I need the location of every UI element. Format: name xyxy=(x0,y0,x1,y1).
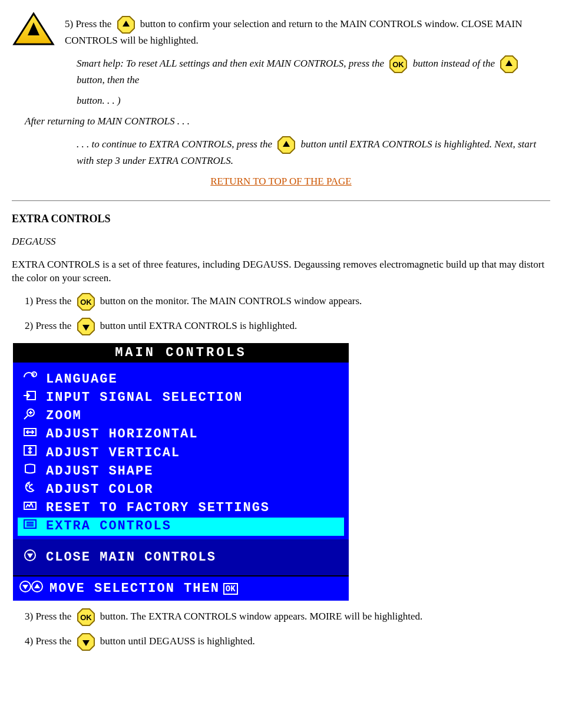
lang-icon: ? xyxy=(19,371,41,389)
osd-menu-item[interactable]: EXTRA CONTROLS xyxy=(18,518,344,536)
osd-menu-label: LANGUAGE xyxy=(46,371,118,388)
svg-text:?: ? xyxy=(32,373,36,377)
step-6-text: . . . to continue to EXTRA CONTROLS, pre… xyxy=(12,136,550,168)
ok-icon: OK xyxy=(77,608,95,627)
osd-menu-label: INPUT SIGNAL SELECTION xyxy=(46,390,243,406)
text: 2) Press the xyxy=(25,319,74,331)
text: 3) Press the xyxy=(25,611,74,622)
degauss-intro: EXTRA CONTROLS is a set of three feature… xyxy=(12,258,550,285)
color-icon xyxy=(19,480,41,499)
osd-menu-item[interactable]: ADJUST COLOR xyxy=(18,480,344,499)
document-page: 5) Press the button to confirm your sele… xyxy=(0,0,562,728)
extra-icon xyxy=(19,518,41,536)
zoom-icon xyxy=(19,407,41,426)
svg-point-23 xyxy=(27,485,28,487)
osd-menu-item[interactable]: ?LANGUAGE xyxy=(18,371,344,389)
text: button. . . ) xyxy=(12,94,550,108)
osd-menu-label: ADJUST VERTICAL xyxy=(46,445,180,462)
svg-marker-32 xyxy=(27,554,33,558)
osd-menu-item[interactable]: ADJUST VERTICAL xyxy=(18,444,344,462)
divider xyxy=(12,200,550,201)
ok-icon: OK xyxy=(77,292,95,311)
text: button. The EXTRA CONTROLS window appear… xyxy=(100,611,422,622)
osd-menu-label: EXTRA CONTROLS xyxy=(46,518,171,535)
down-arrow-icon xyxy=(77,633,95,651)
subsection-degauss: DEGAUSS xyxy=(12,236,550,248)
input-icon xyxy=(19,389,41,407)
text: Smart help: To reset ALL settings and th… xyxy=(77,58,386,69)
osd-menu-label: RESET TO FACTORY SETTINGS xyxy=(46,500,270,516)
down-arrow-icon xyxy=(77,317,95,336)
text: button until EXTRA CONTROLS is highlight… xyxy=(100,319,297,331)
down-triangle-icon xyxy=(19,549,41,567)
ok-icon: OK xyxy=(389,55,408,74)
smart-help-note: Smart help: To reset ALL settings and th… xyxy=(12,55,550,87)
osd-footer: MOVE SELECTION THEN OK xyxy=(13,575,349,601)
warning-triangle-icon xyxy=(12,12,65,50)
svg-text:OK: OK xyxy=(80,298,92,307)
osd-menu-item[interactable]: ZOOM xyxy=(18,407,344,426)
section-title-extra-controls: EXTRA CONTROLS xyxy=(12,213,550,225)
svg-point-24 xyxy=(28,483,30,485)
osd-menu-item[interactable]: ADJUST SHAPE xyxy=(18,462,344,480)
step-3: 3) Press the OK button. The EXTRA CONTRO… xyxy=(12,608,550,627)
up-arrow-icon xyxy=(277,136,296,154)
step-1: 1) Press the OK button on the monitor. T… xyxy=(12,292,550,311)
osd-close-label: CLOSE MAIN CONTROLS xyxy=(46,549,216,566)
osd-menu-item[interactable]: RESET TO FACTORY SETTINGS xyxy=(18,499,344,518)
up-arrow-icon xyxy=(500,55,518,74)
osd-menu-item[interactable]: ADJUST HORIZONTAL xyxy=(18,426,344,444)
horiz-icon xyxy=(19,426,41,444)
svg-text:OK: OK xyxy=(393,60,405,69)
osd-menu-body: ?LANGUAGEINPUT SIGNAL SELECTIONZOOMADJUS… xyxy=(13,363,349,539)
osd-ok-icon: OK xyxy=(223,583,238,595)
text: 5) Press the xyxy=(65,18,114,29)
up-down-icon xyxy=(18,580,45,597)
after-step-heading: After returning to MAIN CONTROLS . . . xyxy=(12,115,550,129)
osd-menu-item[interactable]: INPUT SIGNAL SELECTION xyxy=(18,389,344,407)
svg-text:OK: OK xyxy=(80,613,92,622)
osd-close-row: CLOSE MAIN CONTROLS xyxy=(13,539,349,575)
return-to-top-link[interactable]: RETURN TO TOP OF THE PAGE xyxy=(210,176,351,187)
reset-icon xyxy=(19,499,41,518)
text: 4) Press the xyxy=(25,635,74,647)
shape-icon xyxy=(19,462,41,480)
osd-menu-label: ADJUST COLOR xyxy=(46,482,153,498)
osd-menu-label: ADJUST SHAPE xyxy=(46,463,153,480)
text: button until DEGAUSS is highlighted. xyxy=(100,635,255,647)
svg-marker-34 xyxy=(22,585,28,589)
step-2: 2) Press the button until EXTRA CONTROLS… xyxy=(12,317,550,336)
svg-marker-36 xyxy=(34,584,40,588)
up-arrow-icon xyxy=(117,15,135,34)
osd-footer-text: MOVE SELECTION THEN xyxy=(49,581,220,596)
svg-point-25 xyxy=(31,484,33,486)
text: button on the monitor. The MAIN CONTROLS… xyxy=(100,295,362,306)
osd-title: MAIN CONTROLS xyxy=(13,343,349,363)
text: . . . to continue to EXTRA CONTROLS, pre… xyxy=(77,139,275,150)
text: 1) Press the xyxy=(25,295,74,306)
text: button, then the xyxy=(77,74,139,85)
step-4: 4) Press the button until DEGAUSS is hig… xyxy=(12,633,550,651)
vert-icon xyxy=(19,444,41,462)
osd-menu-label: ZOOM xyxy=(46,408,82,424)
osd-menu-label: ADJUST HORIZONTAL xyxy=(46,426,198,443)
svg-line-18 xyxy=(24,416,28,419)
step-5-text: 5) Press the button to confirm your sele… xyxy=(65,15,550,48)
text: button instead of the xyxy=(413,58,498,69)
osd-main-controls: MAIN CONTROLS ?LANGUAGEINPUT SIGNAL SELE… xyxy=(12,342,350,602)
